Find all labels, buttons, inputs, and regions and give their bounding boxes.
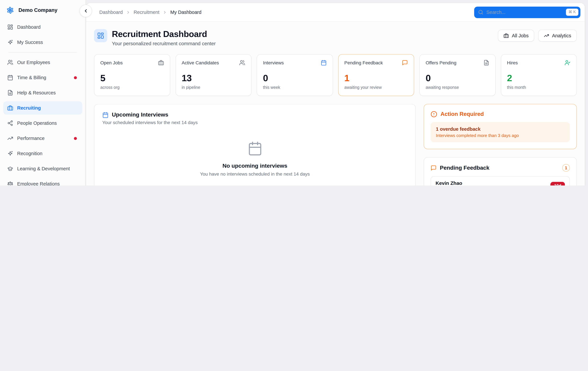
breadcrumb-dashboard[interactable]: Dashboard (99, 10, 123, 15)
stat-value: 0 (263, 73, 326, 84)
sidebar-item-label: Our Employees (17, 60, 50, 65)
search-shortcut-badge: ⌘ K (566, 9, 578, 16)
sidebar-item-label: Dashboard (17, 24, 41, 30)
trending-up-icon (7, 135, 13, 141)
stat-value: 0 (426, 73, 489, 84)
sidebar-item-help-resources[interactable]: Help & Resources (3, 86, 82, 99)
pending-feedback-count-badge: 1 (562, 164, 570, 172)
sidebar-item-dashboard[interactable]: Dashboard (3, 21, 82, 34)
chevron-right-icon (163, 10, 167, 14)
users-icon (239, 60, 245, 66)
stat-label: Offers Pending (426, 60, 456, 65)
right-column: Action Required 1 overdue feedback Inter… (424, 104, 577, 186)
breadcrumb-recruitment[interactable]: Recruitment (134, 10, 159, 15)
all-jobs-label: All Jobs (512, 33, 529, 38)
main-panel: Dashboard Recruitment My Dashboard ⌘ K (86, 3, 585, 186)
action-required-panel: Action Required 1 overdue feedback Inter… (424, 104, 577, 149)
sidebar-collapse-button[interactable] (80, 5, 92, 17)
stat-card-pending-feedback[interactable]: Pending Feedback1awaiting your review (338, 54, 414, 96)
global-search[interactable]: ⌘ K (474, 6, 580, 18)
sidebar-item-label: Learning & Development (17, 166, 70, 171)
feedback-item[interactable]: Kevin ZhaoDevOps Engineer10d (430, 176, 570, 186)
stat-value: 2 (507, 73, 570, 84)
message-square-icon (402, 60, 408, 66)
briefcase-icon (158, 60, 164, 66)
sidebar-item-label: Recruiting (17, 105, 41, 111)
dashboard-grid-icon (94, 29, 107, 42)
sidebar-item-time-billing[interactable]: Time & Billing (3, 71, 82, 84)
sidebar-item-our-employees[interactable]: Our Employees (3, 56, 82, 69)
alert-dot (74, 76, 77, 79)
sidebar-item-label: Help & Resources (17, 90, 56, 95)
briefcase-icon (7, 105, 13, 111)
alert-circle-icon (430, 111, 437, 117)
sidebar-item-performance[interactable]: Performance (3, 132, 82, 145)
sidebar: Demo Company DashboardMy SuccessOur Empl… (0, 0, 86, 186)
stat-cards-row: Open Jobs5across orgActive Candidates13i… (94, 54, 577, 96)
chevron-right-icon (126, 10, 130, 14)
sidebar-item-label: Employee Relations (17, 181, 60, 186)
stat-card-open-jobs[interactable]: Open Jobs5across org (94, 54, 170, 96)
sidebar-item-recognition[interactable]: Recognition (3, 147, 82, 160)
stat-caption: across org (100, 85, 164, 90)
stat-label: Open Jobs (100, 60, 123, 65)
main-area: Dashboard Recruitment My Dashboard ⌘ K (86, 0, 588, 186)
pending-feedback-panel: Pending Feedback 1 Kevin ZhaoDevOps Engi… (424, 157, 577, 186)
search-input[interactable] (486, 10, 563, 15)
left-column: Upcoming Interviews Your scheduled inter… (94, 104, 416, 186)
trending-up-icon (544, 33, 549, 38)
stat-label: Active Candidates (182, 60, 219, 65)
company-logo-icon (5, 5, 15, 15)
sidebar-item-recruiting[interactable]: Recruiting (3, 101, 82, 115)
overdue-feedback-title: 1 overdue feedback (436, 127, 565, 132)
empty-state-title: No upcoming interviews (222, 163, 287, 169)
sidebar-item-employee-relations[interactable]: Employee Relations (3, 177, 82, 186)
stat-card-active-candidates[interactable]: Active Candidates13in pipeline (175, 54, 252, 96)
search-icon (478, 10, 483, 15)
company-name: Demo Company (19, 7, 57, 13)
calendar-icon (102, 112, 109, 118)
stat-caption: awaiting your review (344, 85, 408, 90)
app-root: Demo Company DashboardMy SuccessOur Empl… (0, 0, 588, 186)
share-icon (7, 120, 13, 126)
user-check-icon (565, 60, 570, 66)
overdue-feedback-subtitle: Interviews completed more than 3 days ag… (436, 133, 565, 138)
pending-feedback-list: Kevin ZhaoDevOps Engineer10d (430, 176, 570, 186)
upcoming-interviews-card: Upcoming Interviews Your scheduled inter… (94, 104, 416, 186)
overdue-badge: 10d (551, 182, 565, 186)
empty-state-subtitle: You have no interviews scheduled in the … (200, 171, 310, 176)
sparkles-icon (7, 39, 13, 45)
sidebar-item-label: People Operations (17, 120, 57, 126)
stat-card-interviews[interactable]: Interviews0this week (257, 54, 333, 96)
message-square-icon (430, 165, 437, 171)
calendar-icon (7, 74, 13, 81)
stat-label: Pending Feedback (344, 60, 383, 65)
page-subtitle: Your personalized recruitment command ce… (112, 41, 216, 46)
company-logo-row[interactable]: Demo Company (0, 0, 85, 19)
sparkles-icon (7, 150, 13, 157)
sidebar-item-my-success[interactable]: My Success (3, 36, 82, 49)
briefcase-icon (504, 33, 509, 38)
sidebar-item-label: My Success (17, 40, 43, 45)
stat-card-offers-pending[interactable]: Offers Pending0awaiting response (419, 54, 495, 96)
stat-caption: awaiting response (426, 85, 489, 90)
stat-label: Hires (507, 60, 518, 65)
nav-divider (9, 52, 77, 53)
stat-card-hires[interactable]: Hires2this month (501, 54, 577, 96)
sidebar-item-label: Performance (17, 136, 44, 141)
sidebar-item-learning-development[interactable]: Learning & Development (3, 162, 82, 175)
stat-value: 5 (100, 73, 164, 84)
sidebar-nav: DashboardMy SuccessOur EmployeesTime & B… (0, 19, 85, 186)
dashboard-icon (7, 24, 13, 30)
file-text-icon (7, 90, 13, 96)
overdue-feedback-alert[interactable]: 1 overdue feedback Interviews completed … (430, 122, 570, 142)
calendar-empty-icon (247, 141, 262, 156)
stat-value: 13 (182, 73, 245, 84)
stat-caption: in pipeline (182, 85, 245, 90)
graduation-cap-icon (7, 166, 13, 172)
candidate-name: Kevin Zhao (436, 180, 469, 186)
sidebar-item-people-operations[interactable]: People Operations (3, 117, 82, 130)
upcoming-interviews-subtitle: Your scheduled interviews for the next 1… (102, 120, 408, 125)
all-jobs-button[interactable]: All Jobs (498, 30, 534, 42)
analytics-button[interactable]: Analytics (538, 30, 577, 42)
